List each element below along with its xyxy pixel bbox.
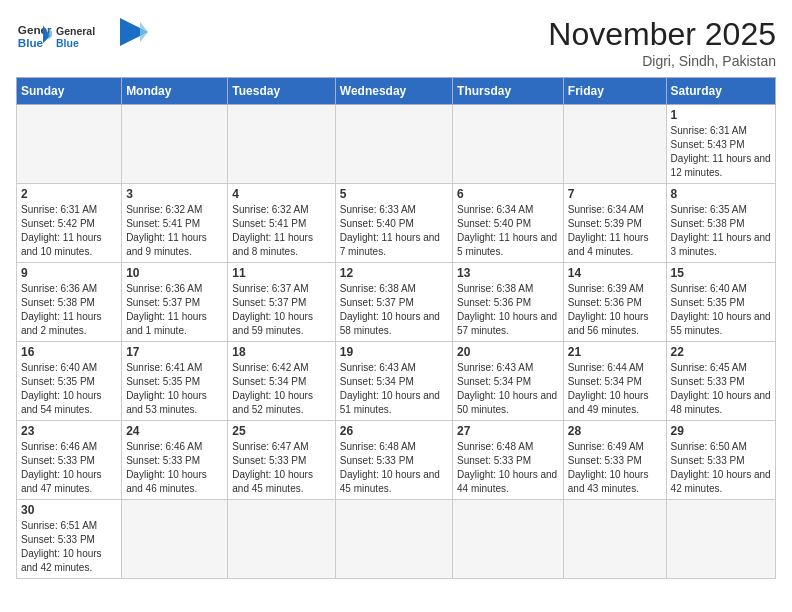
day-number: 18 (232, 345, 330, 359)
calendar-table: SundayMondayTuesdayWednesdayThursdayFrid… (16, 77, 776, 579)
day-info: Sunrise: 6:32 AM Sunset: 5:41 PM Dayligh… (126, 203, 223, 259)
day-number: 1 (671, 108, 771, 122)
calendar-cell (122, 105, 228, 184)
day-number: 25 (232, 424, 330, 438)
logo-triangle-icon (120, 18, 148, 54)
day-number: 8 (671, 187, 771, 201)
calendar-cell: 19Sunrise: 6:43 AM Sunset: 5:34 PM Dayli… (335, 342, 452, 421)
calendar-cell: 16Sunrise: 6:40 AM Sunset: 5:35 PM Dayli… (17, 342, 122, 421)
day-info: Sunrise: 6:42 AM Sunset: 5:34 PM Dayligh… (232, 361, 330, 417)
weekday-header-wednesday: Wednesday (335, 78, 452, 105)
day-number: 10 (126, 266, 223, 280)
day-info: Sunrise: 6:50 AM Sunset: 5:33 PM Dayligh… (671, 440, 771, 496)
logo-icon: General Blue (16, 18, 52, 54)
day-number: 19 (340, 345, 448, 359)
calendar-cell: 14Sunrise: 6:39 AM Sunset: 5:36 PM Dayli… (563, 263, 666, 342)
day-info: Sunrise: 6:39 AM Sunset: 5:36 PM Dayligh… (568, 282, 662, 338)
day-info: Sunrise: 6:51 AM Sunset: 5:33 PM Dayligh… (21, 519, 117, 575)
svg-text:Blue: Blue (18, 36, 44, 49)
calendar-cell (228, 500, 335, 579)
calendar-cell (335, 105, 452, 184)
title-block: November 2025 Digri, Sindh, Pakistan (548, 16, 776, 69)
logo: General Blue General Blue (16, 16, 148, 56)
calendar-cell (17, 105, 122, 184)
day-number: 14 (568, 266, 662, 280)
day-number: 5 (340, 187, 448, 201)
day-info: Sunrise: 6:44 AM Sunset: 5:34 PM Dayligh… (568, 361, 662, 417)
calendar-cell (228, 105, 335, 184)
day-info: Sunrise: 6:38 AM Sunset: 5:36 PM Dayligh… (457, 282, 559, 338)
day-info: Sunrise: 6:36 AM Sunset: 5:37 PM Dayligh… (126, 282, 223, 338)
calendar-subtitle: Digri, Sindh, Pakistan (548, 53, 776, 69)
calendar-cell: 3Sunrise: 6:32 AM Sunset: 5:41 PM Daylig… (122, 184, 228, 263)
day-number: 28 (568, 424, 662, 438)
day-info: Sunrise: 6:48 AM Sunset: 5:33 PM Dayligh… (457, 440, 559, 496)
calendar-cell (122, 500, 228, 579)
day-number: 11 (232, 266, 330, 280)
day-number: 9 (21, 266, 117, 280)
weekday-header-row: SundayMondayTuesdayWednesdayThursdayFrid… (17, 78, 776, 105)
week-row-3: 16Sunrise: 6:40 AM Sunset: 5:35 PM Dayli… (17, 342, 776, 421)
calendar-cell: 2Sunrise: 6:31 AM Sunset: 5:42 PM Daylig… (17, 184, 122, 263)
calendar-cell: 13Sunrise: 6:38 AM Sunset: 5:36 PM Dayli… (453, 263, 564, 342)
day-info: Sunrise: 6:34 AM Sunset: 5:39 PM Dayligh… (568, 203, 662, 259)
day-number: 15 (671, 266, 771, 280)
calendar-cell: 1Sunrise: 6:31 AM Sunset: 5:43 PM Daylig… (666, 105, 775, 184)
weekday-header-saturday: Saturday (666, 78, 775, 105)
calendar-cell: 10Sunrise: 6:36 AM Sunset: 5:37 PM Dayli… (122, 263, 228, 342)
calendar-cell: 26Sunrise: 6:48 AM Sunset: 5:33 PM Dayli… (335, 421, 452, 500)
day-info: Sunrise: 6:38 AM Sunset: 5:37 PM Dayligh… (340, 282, 448, 338)
day-info: Sunrise: 6:43 AM Sunset: 5:34 PM Dayligh… (340, 361, 448, 417)
calendar-cell: 25Sunrise: 6:47 AM Sunset: 5:33 PM Dayli… (228, 421, 335, 500)
calendar-cell: 27Sunrise: 6:48 AM Sunset: 5:33 PM Dayli… (453, 421, 564, 500)
calendar-cell: 30Sunrise: 6:51 AM Sunset: 5:33 PM Dayli… (17, 500, 122, 579)
day-info: Sunrise: 6:33 AM Sunset: 5:40 PM Dayligh… (340, 203, 448, 259)
calendar-cell: 4Sunrise: 6:32 AM Sunset: 5:41 PM Daylig… (228, 184, 335, 263)
day-info: Sunrise: 6:34 AM Sunset: 5:40 PM Dayligh… (457, 203, 559, 259)
week-row-4: 23Sunrise: 6:46 AM Sunset: 5:33 PM Dayli… (17, 421, 776, 500)
day-number: 22 (671, 345, 771, 359)
weekday-header-friday: Friday (563, 78, 666, 105)
day-info: Sunrise: 6:37 AM Sunset: 5:37 PM Dayligh… (232, 282, 330, 338)
day-number: 3 (126, 187, 223, 201)
day-info: Sunrise: 6:46 AM Sunset: 5:33 PM Dayligh… (21, 440, 117, 496)
weekday-header-tuesday: Tuesday (228, 78, 335, 105)
day-number: 6 (457, 187, 559, 201)
day-number: 13 (457, 266, 559, 280)
day-number: 23 (21, 424, 117, 438)
calendar-cell: 15Sunrise: 6:40 AM Sunset: 5:35 PM Dayli… (666, 263, 775, 342)
calendar-cell (335, 500, 452, 579)
calendar-cell (563, 105, 666, 184)
day-number: 21 (568, 345, 662, 359)
day-number: 24 (126, 424, 223, 438)
calendar-cell: 12Sunrise: 6:38 AM Sunset: 5:37 PM Dayli… (335, 263, 452, 342)
day-info: Sunrise: 6:35 AM Sunset: 5:38 PM Dayligh… (671, 203, 771, 259)
day-info: Sunrise: 6:46 AM Sunset: 5:33 PM Dayligh… (126, 440, 223, 496)
day-info: Sunrise: 6:48 AM Sunset: 5:33 PM Dayligh… (340, 440, 448, 496)
calendar-cell: 8Sunrise: 6:35 AM Sunset: 5:38 PM Daylig… (666, 184, 775, 263)
day-info: Sunrise: 6:45 AM Sunset: 5:33 PM Dayligh… (671, 361, 771, 417)
calendar-cell: 22Sunrise: 6:45 AM Sunset: 5:33 PM Dayli… (666, 342, 775, 421)
calendar-cell: 29Sunrise: 6:50 AM Sunset: 5:33 PM Dayli… (666, 421, 775, 500)
calendar-cell: 24Sunrise: 6:46 AM Sunset: 5:33 PM Dayli… (122, 421, 228, 500)
calendar-cell: 18Sunrise: 6:42 AM Sunset: 5:34 PM Dayli… (228, 342, 335, 421)
page-header: General Blue General Blue November 2025 … (16, 16, 776, 69)
day-number: 17 (126, 345, 223, 359)
day-number: 2 (21, 187, 117, 201)
day-number: 16 (21, 345, 117, 359)
week-row-2: 9Sunrise: 6:36 AM Sunset: 5:38 PM Daylig… (17, 263, 776, 342)
calendar-cell: 5Sunrise: 6:33 AM Sunset: 5:40 PM Daylig… (335, 184, 452, 263)
week-row-1: 2Sunrise: 6:31 AM Sunset: 5:42 PM Daylig… (17, 184, 776, 263)
calendar-cell: 21Sunrise: 6:44 AM Sunset: 5:34 PM Dayli… (563, 342, 666, 421)
day-number: 30 (21, 503, 117, 517)
calendar-title: November 2025 (548, 16, 776, 53)
day-info: Sunrise: 6:49 AM Sunset: 5:33 PM Dayligh… (568, 440, 662, 496)
day-info: Sunrise: 6:36 AM Sunset: 5:38 PM Dayligh… (21, 282, 117, 338)
day-info: Sunrise: 6:40 AM Sunset: 5:35 PM Dayligh… (21, 361, 117, 417)
svg-text:General: General (56, 25, 95, 37)
day-number: 7 (568, 187, 662, 201)
day-info: Sunrise: 6:31 AM Sunset: 5:43 PM Dayligh… (671, 124, 771, 180)
calendar-cell: 7Sunrise: 6:34 AM Sunset: 5:39 PM Daylig… (563, 184, 666, 263)
day-info: Sunrise: 6:31 AM Sunset: 5:42 PM Dayligh… (21, 203, 117, 259)
week-row-5: 30Sunrise: 6:51 AM Sunset: 5:33 PM Dayli… (17, 500, 776, 579)
